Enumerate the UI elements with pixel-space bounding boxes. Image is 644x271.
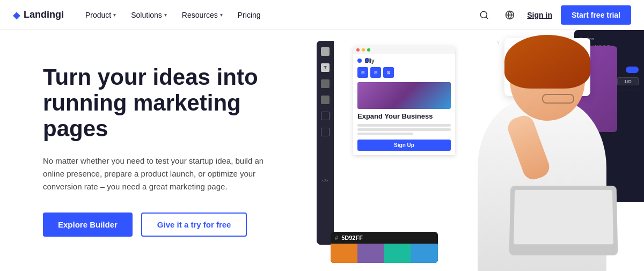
- hero-headline: Turn your ideas into running marketing p…: [43, 64, 279, 142]
- signin-button[interactable]: Sign in: [527, 11, 552, 19]
- hero-visual: Section Viewport Visibility Start plan B…: [311, 30, 644, 271]
- search-button[interactable]: [475, 6, 493, 24]
- hex-display: # 5D92FF: [331, 232, 438, 244]
- sidebar-tool-6[interactable]: [321, 144, 330, 152]
- tool-icon-3[interactable]: ⊠: [383, 67, 394, 78]
- sidebar-code-icon: </>: [322, 178, 328, 183]
- hero-subtext: No matter whether you need to test your …: [43, 155, 279, 193]
- sidebar-tool-5[interactable]: [321, 128, 330, 136]
- hero-buttons: Explore Builder Give it a try for free: [43, 213, 279, 237]
- content-line-3: [357, 133, 413, 135]
- navbar: ◆ Landingi Product ▾ Solutions ▾ Resourc…: [0, 0, 644, 30]
- hero-section: Turn your ideas into running marketing p…: [0, 30, 311, 271]
- tool-icon-1[interactable]: ⊞: [357, 67, 368, 78]
- globe-button[interactable]: [501, 6, 518, 24]
- logo-icon: ◆: [13, 9, 20, 21]
- chevron-down-icon: ▾: [164, 12, 167, 18]
- window-dot-green: [367, 48, 370, 52]
- swatch-orange[interactable]: [331, 244, 357, 263]
- sidebar-tool-2[interactable]: [321, 79, 330, 88]
- editor-sidebar: T </>: [317, 41, 334, 245]
- nav-resources[interactable]: Resources ▾: [175, 6, 229, 24]
- window-dot-red: [356, 48, 360, 52]
- try-free-button[interactable]: Give it a try for free: [141, 213, 247, 237]
- color-swatches: [331, 244, 438, 263]
- sidebar-tool-text[interactable]: T: [321, 63, 330, 72]
- sidebar-tool-1[interactable]: [321, 47, 330, 56]
- hash-symbol: #: [335, 235, 338, 241]
- main-content: Turn your ideas into running marketing p…: [0, 30, 644, 271]
- nav-product[interactable]: Product ▾: [79, 6, 122, 24]
- logo[interactable]: ◆ Landingi: [13, 9, 64, 21]
- nav-solutions[interactable]: Solutions ▾: [125, 6, 173, 24]
- swatch-teal[interactable]: [384, 244, 411, 263]
- start-trial-button[interactable]: Start free trial: [561, 5, 631, 25]
- nav-pricing[interactable]: Pricing: [231, 6, 267, 24]
- globe-icon: [505, 10, 515, 20]
- sidebar-tool-3[interactable]: [321, 96, 330, 104]
- chevron-down-icon: ▾: [113, 12, 116, 18]
- search-icon: [479, 10, 489, 20]
- tool-icon-2[interactable]: ⊟: [370, 67, 381, 78]
- person-image: [424, 35, 628, 271]
- nav-items: Product ▾ Solutions ▾ Resources ▾ Pricin…: [79, 6, 475, 24]
- nav-right: Sign in Start free trial: [475, 5, 631, 25]
- explore-builder-button[interactable]: Explore Builder: [43, 213, 133, 237]
- hex-value: 5D92FF: [341, 235, 363, 241]
- window-dot-yellow: [362, 48, 365, 52]
- chevron-down-icon: ▾: [220, 12, 223, 18]
- color-palette-card: # 5D92FF: [331, 232, 438, 263]
- sidebar-tool-4[interactable]: [321, 112, 330, 120]
- elly-dot: [357, 58, 362, 63]
- svg-line-1: [486, 17, 488, 18]
- logo-text: Landingi: [24, 9, 64, 20]
- swatch-purple[interactable]: [357, 244, 384, 263]
- sidebar-tool-7[interactable]: [321, 160, 330, 169]
